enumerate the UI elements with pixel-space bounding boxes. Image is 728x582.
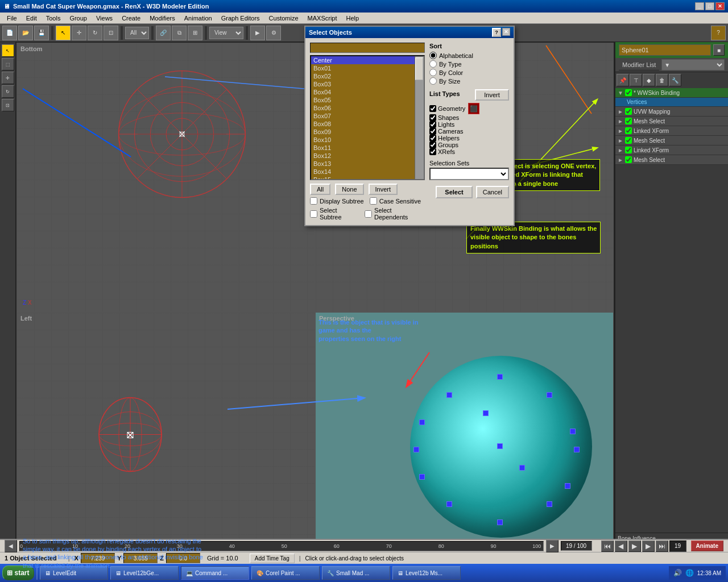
- select-button[interactable]: Select: [436, 186, 472, 198]
- lt-helpers-check[interactable]: [429, 135, 436, 142]
- taskbar-leveledit[interactable]: 🖥 LevelEdit: [40, 566, 108, 580]
- all-button[interactable]: All: [310, 184, 330, 195]
- lt-groups-check[interactable]: [429, 142, 436, 148]
- rotate-btn[interactable]: ↻: [2, 85, 14, 98]
- lt-cameras-check[interactable]: [429, 128, 436, 135]
- lt-xrefs-check[interactable]: [429, 148, 436, 155]
- viewport-bottom[interactable]: Bottom: [16, 43, 315, 312]
- start-button[interactable]: ⊞ start: [2, 566, 34, 580]
- sort-bycolor-radio[interactable]: [429, 69, 437, 76]
- snap-tool[interactable]: 🔗: [156, 26, 171, 40]
- dialog-help-btn[interactable]: ?: [492, 28, 501, 37]
- obj-item-box12[interactable]: Box12: [311, 152, 424, 160]
- help-button[interactable]: ?: [711, 26, 726, 40]
- move-tool[interactable]: ✛: [72, 26, 86, 40]
- y-field[interactable]: [123, 553, 158, 563]
- play-btn[interactable]: ▶: [628, 541, 641, 552]
- menu-customize[interactable]: Customize: [264, 14, 303, 23]
- menu-group[interactable]: Group: [65, 14, 92, 23]
- obj-item-box11[interactable]: Box11: [311, 144, 424, 152]
- modifier-wwskin[interactable]: ▼ * WWSkin Binding: [615, 88, 728, 98]
- modifier-linked-xform-2[interactable]: ► Linked XForm: [615, 146, 728, 155]
- select-subtree-check[interactable]: [310, 210, 317, 218]
- lt-lights-check[interactable]: [429, 121, 436, 128]
- next-frame-btn[interactable]: ▶: [642, 541, 655, 552]
- mod-visible-checkbox[interactable]: [625, 127, 632, 134]
- modifier-linked-xform-1[interactable]: ► Linked XForm: [615, 126, 728, 136]
- menu-tools[interactable]: Tools: [42, 14, 65, 23]
- none-button[interactable]: None: [335, 184, 363, 195]
- modifier-dropdown[interactable]: ▼: [661, 59, 725, 70]
- mod-visible-checkbox[interactable]: [625, 147, 632, 153]
- show-end-btn[interactable]: ⊤: [630, 74, 642, 86]
- mod-visible-checkbox[interactable]: [625, 108, 632, 115]
- move-btn[interactable]: ✛: [2, 72, 14, 84]
- object-name-field[interactable]: [619, 44, 711, 56]
- taskbar-smallmad[interactable]: 🔧 Small Mad ...: [322, 566, 390, 580]
- render-settings-tool[interactable]: ⚙: [266, 26, 281, 40]
- obj-item-box09[interactable]: Box09: [311, 128, 424, 136]
- display-subtree-check[interactable]: [310, 197, 317, 205]
- obj-item-box05[interactable]: Box05: [311, 96, 424, 104]
- invert-button[interactable]: Invert: [369, 184, 398, 195]
- z-field[interactable]: [166, 553, 200, 563]
- maximize-button[interactable]: □: [705, 2, 714, 10]
- render-tool[interactable]: ▶: [250, 26, 265, 40]
- mod-visible-checkbox[interactable]: [625, 89, 632, 96]
- mod-visible-checkbox[interactable]: [625, 156, 632, 163]
- frame-input[interactable]: [669, 541, 686, 552]
- menu-create[interactable]: Create: [117, 14, 145, 23]
- save-tool[interactable]: 💾: [34, 26, 49, 40]
- rotate-tool[interactable]: ↻: [88, 26, 102, 40]
- dialog-close-btn[interactable]: ✕: [502, 28, 510, 36]
- taskbar-level12bge[interactable]: 🖥 Level12bGe...: [110, 566, 179, 580]
- modifier-uvw[interactable]: ► UVW Mapping: [615, 107, 728, 117]
- prev-frame-btn[interactable]: ◀: [615, 541, 627, 552]
- remove-mod-btn[interactable]: 🗑: [656, 74, 668, 86]
- x-field[interactable]: [81, 553, 115, 563]
- lt-geometry-check[interactable]: [429, 105, 436, 112]
- object-list[interactable]: Center Box01 Box02 Box03 Box04 Box05 Box…: [310, 55, 425, 180]
- mod-visible-checkbox[interactable]: [625, 118, 632, 124]
- object-color-btn[interactable]: ■: [713, 44, 725, 56]
- obj-item-box07[interactable]: Box07: [311, 112, 424, 120]
- obj-item-box06[interactable]: Box06: [311, 104, 424, 112]
- array-tool[interactable]: ⊞: [188, 26, 202, 40]
- selection-sets-dropdown[interactable]: [429, 168, 509, 180]
- modifier-mesh-select-2[interactable]: ► Mesh Select: [615, 136, 728, 146]
- scale-tool[interactable]: ⊡: [104, 26, 118, 40]
- timeline-next-btn[interactable]: ▶: [546, 540, 559, 552]
- lt-shapes-check[interactable]: [429, 114, 436, 121]
- select-region-btn[interactable]: ⬚: [2, 58, 14, 70]
- obj-item-box04[interactable]: Box04: [311, 88, 424, 96]
- sort-bytype-radio[interactable]: [429, 60, 437, 68]
- obj-item-center[interactable]: Center: [311, 56, 424, 64]
- mod-visible-checkbox[interactable]: [625, 137, 632, 144]
- menu-views[interactable]: Views: [92, 14, 117, 23]
- obj-item-box01[interactable]: Box01: [311, 64, 424, 72]
- pin-stack-btn[interactable]: 📌: [617, 74, 629, 86]
- new-tool[interactable]: 📄: [2, 26, 17, 40]
- timeline-prev-btn[interactable]: ◀: [5, 540, 17, 552]
- case-sensitive-check[interactable]: [370, 197, 377, 205]
- sort-alphabetical-radio[interactable]: [429, 52, 437, 59]
- sort-bysize-radio[interactable]: [429, 77, 437, 85]
- modifier-mesh-select-1[interactable]: ► Mesh Select: [615, 117, 728, 126]
- go-end-btn[interactable]: ⏭: [656, 541, 668, 552]
- all-dropdown[interactable]: All: [125, 27, 149, 39]
- menu-modifiers[interactable]: Modifiers: [145, 14, 180, 23]
- scale-btn[interactable]: ⊡: [2, 99, 14, 111]
- taskbar-corel[interactable]: 🎨 Corel Paint ...: [251, 566, 320, 580]
- find-field[interactable]: [310, 43, 425, 53]
- configure-mod-btn[interactable]: 🔧: [669, 74, 681, 86]
- obj-item-box10[interactable]: Box10: [311, 136, 424, 144]
- obj-item-box02[interactable]: Box02: [311, 72, 424, 80]
- select-objects-btn[interactable]: ↖: [2, 44, 14, 57]
- obj-item-box14[interactable]: Box14: [311, 168, 424, 176]
- menu-graph-editors[interactable]: Graph Editors: [217, 14, 264, 23]
- select-dependents-check[interactable]: [365, 210, 372, 218]
- modifier-mesh-select-3[interactable]: ► Mesh Select: [615, 155, 728, 165]
- obj-item-box13[interactable]: Box13: [311, 160, 424, 168]
- menu-file[interactable]: File: [2, 14, 22, 23]
- taskbar-command[interactable]: 💻 Command ...: [181, 566, 249, 580]
